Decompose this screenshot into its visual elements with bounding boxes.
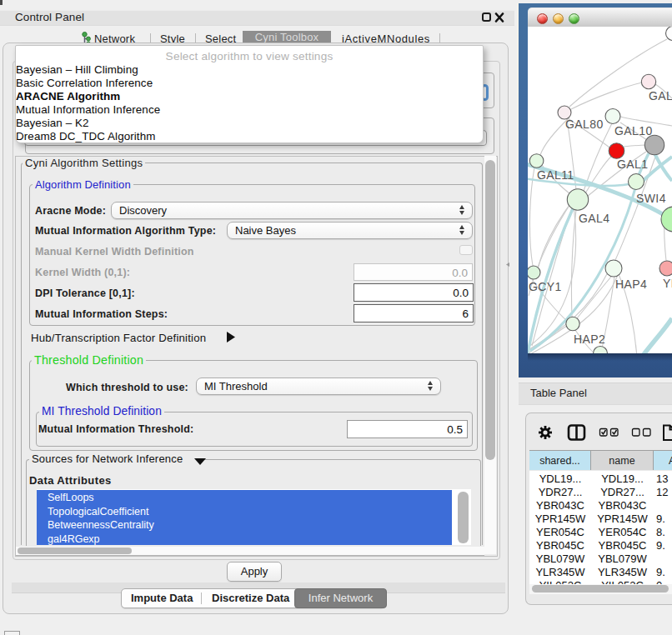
svg-text:HAP2: HAP2	[574, 332, 605, 346]
svg-text:YM: YM	[663, 277, 672, 290]
svg-text:GAL80: GAL80	[565, 118, 604, 131]
svg-text:GAL11: GAL11	[537, 168, 574, 182]
svg-text:GAL4: GAL4	[579, 212, 609, 225]
svg-text:HAP4: HAP4	[615, 278, 647, 291]
svg-text:GAL10: GAL10	[614, 124, 653, 138]
svg-text:GCY1: GCY1	[529, 280, 562, 293]
svg-text:GAL7: GAL7	[649, 89, 672, 102]
svg-text:SWI4: SWI4	[636, 192, 666, 205]
svg-text:GAL1: GAL1	[617, 158, 648, 171]
